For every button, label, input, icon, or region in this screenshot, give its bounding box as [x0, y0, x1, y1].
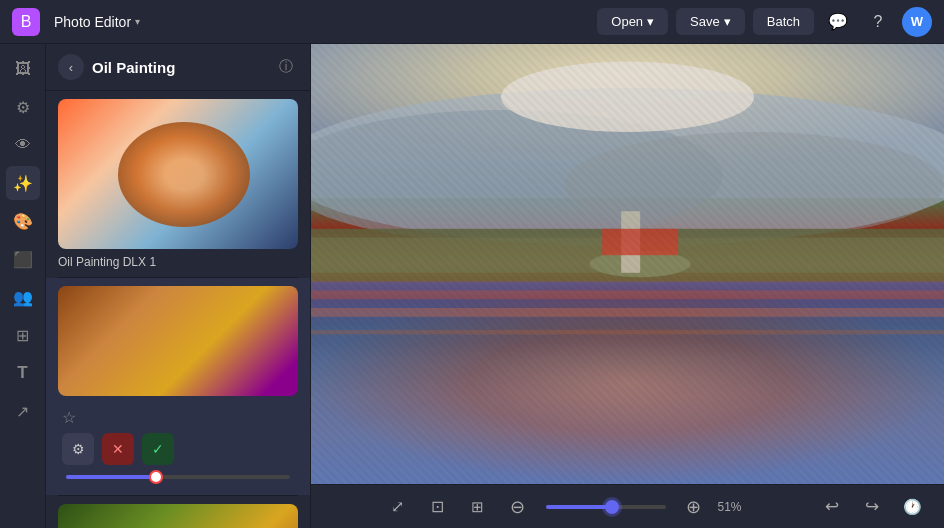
sidebar-item-export[interactable]: ↗ — [6, 394, 40, 428]
filter-panel: ‹ Oil Painting ⓘ Oil Painting DLX 1 ☆ — [46, 44, 311, 528]
filter-item-dlx3[interactable]: Oil Painting DLX 3 — [46, 496, 310, 528]
back-button[interactable]: ‹ — [58, 54, 84, 80]
svg-rect-11 — [311, 282, 944, 484]
sidebar-item-media[interactable]: 🖼 — [6, 52, 40, 86]
favorite-star[interactable]: ☆ — [62, 408, 76, 427]
sidebar-item-template[interactable]: ⊞ — [6, 318, 40, 352]
sidebar-item-people[interactable]: 👥 — [6, 280, 40, 314]
svg-point-7 — [590, 251, 691, 277]
svg-rect-15 — [311, 330, 944, 334]
bottom-toolbar: ⤢ ⊡ ⊞ ⊖ ⊕ 51% ↩ ↪ 🕐 — [311, 484, 944, 528]
app-title-chevron: ▾ — [135, 16, 140, 27]
filter-thumbnail-dlx2 — [58, 286, 298, 396]
sidebar-item-view[interactable]: 👁 — [6, 128, 40, 162]
canvas-area: ⤢ ⊡ ⊞ ⊖ ⊕ 51% ↩ ↪ 🕐 — [311, 44, 944, 528]
sidebar-item-layers[interactable]: ⬛ — [6, 242, 40, 276]
history-button[interactable]: 🕐 — [896, 491, 928, 523]
zoom-slider-wrap — [546, 505, 666, 509]
info-button[interactable]: ⓘ — [274, 55, 298, 79]
sidebar-item-adjustments[interactable]: ⚙ — [6, 90, 40, 124]
zoom-slider[interactable] — [546, 505, 666, 509]
redo-button[interactable]: ↪ — [856, 491, 888, 523]
user-avatar[interactable]: W — [902, 7, 932, 37]
svg-rect-13 — [311, 290, 944, 299]
sidebar-item-text[interactable]: T — [6, 356, 40, 390]
filter-name-dlx1: Oil Painting DLX 1 — [58, 255, 298, 269]
filter-cancel-button[interactable]: ✕ — [102, 433, 134, 465]
svg-rect-5 — [311, 229, 944, 282]
filter-settings-button[interactable]: ⚙ — [62, 433, 94, 465]
crop-button[interactable]: ⊡ — [422, 491, 454, 523]
svg-point-4 — [501, 62, 754, 132]
topbar: B Photo Editor ▾ Open ▾ Save ▾ Batch 💬 ?… — [0, 0, 944, 44]
zoom-in-button[interactable]: ⊕ — [678, 491, 710, 523]
filter-slider-row — [58, 473, 298, 483]
filter-thumbnail-dlx3 — [58, 504, 298, 528]
filter-thumbnail-dlx1 — [58, 99, 298, 249]
filter-item-dlx1[interactable]: Oil Painting DLX 1 — [46, 91, 310, 277]
svg-rect-6 — [311, 238, 944, 273]
filter-item-dlx2[interactable]: ☆ ⚙ ✕ ✓ — [46, 278, 310, 495]
zoom-fill — [546, 505, 612, 509]
open-button[interactable]: Open ▾ — [597, 8, 668, 35]
svg-rect-0 — [311, 44, 944, 198]
fit-to-screen-button[interactable]: ⤢ — [382, 491, 414, 523]
zoom-thumb[interactable] — [605, 500, 619, 514]
chat-button[interactable]: 💬 — [822, 6, 854, 38]
svg-rect-10 — [602, 229, 678, 255]
filter-panel-title: Oil Painting — [92, 59, 266, 76]
svg-rect-14 — [311, 308, 944, 317]
save-button[interactable]: Save ▾ — [676, 8, 745, 35]
filter-panel-header: ‹ Oil Painting ⓘ — [46, 44, 310, 91]
svg-point-2 — [311, 110, 722, 242]
filter-controls: ☆ ⚙ ✕ ✓ — [58, 402, 298, 487]
svg-rect-12 — [311, 282, 944, 484]
undo-button[interactable]: ↩ — [816, 491, 848, 523]
svg-point-1 — [311, 88, 944, 246]
help-button[interactable]: ? — [862, 6, 894, 38]
main-area: 🖼 ⚙ 👁 ✨ 🎨 ⬛ 👥 ⊞ T ↗ ‹ Oil Painting ⓘ Oil… — [0, 44, 944, 528]
svg-rect-16 — [311, 44, 944, 484]
batch-button[interactable]: Batch — [753, 8, 814, 35]
canvas-image — [311, 44, 944, 484]
sidebar-item-effects[interactable]: ✨ — [6, 166, 40, 200]
filter-confirm-button[interactable]: ✓ — [142, 433, 174, 465]
icon-sidebar: 🖼 ⚙ 👁 ✨ 🎨 ⬛ 👥 ⊞ T ↗ — [0, 44, 46, 528]
app-title-label: Photo Editor — [54, 14, 131, 30]
filter-intensity-slider[interactable] — [66, 475, 290, 479]
app-logo: B — [12, 8, 40, 36]
svg-rect-8 — [621, 211, 640, 273]
sidebar-item-retouch[interactable]: 🎨 — [6, 204, 40, 238]
filter-list: Oil Painting DLX 1 ☆ ⚙ ✕ ✓ — [46, 91, 310, 528]
canvas-image-background — [311, 44, 944, 484]
svg-point-3 — [564, 132, 944, 238]
grid-button[interactable]: ⊞ — [462, 491, 494, 523]
app-title-button[interactable]: Photo Editor ▾ — [48, 10, 146, 34]
zoom-out-button[interactable]: ⊖ — [502, 491, 534, 523]
zoom-label: 51% — [718, 500, 754, 514]
